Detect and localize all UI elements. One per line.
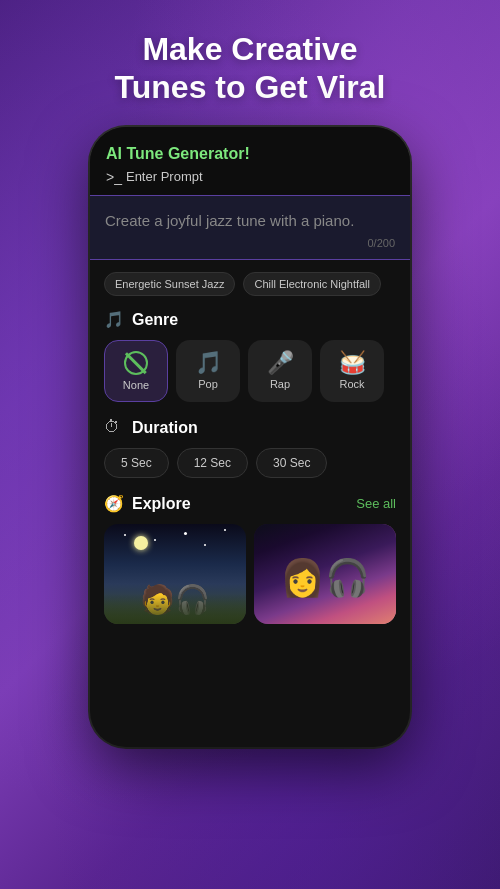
page-title: Make Creative Tunes to Get Viral [0, 0, 500, 127]
explore-header-left: 🧭 Explore [104, 494, 191, 514]
char-count: 0/200 [105, 237, 395, 249]
suggestion-chip-1[interactable]: Energetic Sunset Jazz [104, 272, 235, 296]
star-4 [204, 544, 206, 546]
pop-icon: 🎵 [195, 352, 222, 374]
star-2 [154, 539, 156, 541]
prompt-label: >_ Enter Prompt [106, 169, 394, 185]
girl-figure: 👩‍🎧 [280, 557, 370, 599]
genre-pop-label: Pop [198, 378, 218, 390]
star-1 [124, 534, 126, 536]
girl-scene: 👩‍🎧 [254, 524, 396, 624]
ground [104, 594, 246, 624]
genre-pop-button[interactable]: 🎵 Pop [176, 340, 240, 402]
explore-card-night[interactable]: 🧑‍🎧 [104, 524, 246, 624]
genre-none-button[interactable]: None [104, 340, 168, 402]
night-scene: 🧑‍🎧 [104, 524, 246, 624]
genre-rock-button[interactable]: 🥁 Rock [320, 340, 384, 402]
genre-title: Genre [132, 311, 178, 329]
cursor-icon: >_ [106, 169, 122, 185]
see-all-button[interactable]: See all [356, 496, 396, 511]
duration-12sec-button[interactable]: 12 Sec [177, 448, 248, 478]
explore-cards-row: 🧑‍🎧 👩‍🎧 [104, 524, 396, 624]
genre-rap-label: Rap [270, 378, 290, 390]
moon [134, 536, 148, 550]
suggestion-chip-2[interactable]: Chill Electronic Nightfall [243, 272, 381, 296]
star-3 [184, 532, 187, 535]
explore-section-header: 🧭 Explore See all [104, 494, 396, 514]
duration-title: Duration [132, 419, 198, 437]
rock-icon: 🥁 [339, 352, 366, 374]
app-name: AI Tune Generator! [106, 145, 394, 163]
genre-rock-label: Rock [339, 378, 364, 390]
genre-row: None 🎵 Pop 🎤 Rap 🥁 Rock [104, 340, 396, 402]
genre-rap-button[interactable]: 🎤 Rap [248, 340, 312, 402]
suggestions-row: Energetic Sunset Jazz Chill Electronic N… [104, 272, 396, 296]
explore-title: Explore [132, 495, 191, 513]
duration-30sec-button[interactable]: 30 Sec [256, 448, 327, 478]
main-content: Energetic Sunset Jazz Chill Electronic N… [90, 260, 410, 636]
genre-icon: 🎵 [104, 310, 124, 330]
duration-icon: ⏱ [104, 418, 124, 438]
genre-none-label: None [123, 379, 149, 391]
rap-icon: 🎤 [267, 352, 294, 374]
duration-5sec-button[interactable]: 5 Sec [104, 448, 169, 478]
explore-icon: 🧭 [104, 494, 124, 514]
app-header: AI Tune Generator! >_ Enter Prompt [90, 127, 410, 195]
star-5 [224, 529, 226, 531]
explore-card-girl[interactable]: 👩‍🎧 [254, 524, 396, 624]
genre-section-header: 🎵 Genre [104, 310, 396, 330]
duration-section-header: ⏱ Duration [104, 418, 396, 438]
prompt-placeholder: Create a joyful jazz tune with a piano. [105, 210, 395, 231]
prompt-input-area[interactable]: Create a joyful jazz tune with a piano. … [90, 195, 410, 260]
phone-device: AI Tune Generator! >_ Enter Prompt Creat… [90, 127, 410, 747]
none-icon [124, 351, 148, 375]
duration-row: 5 Sec 12 Sec 30 Sec [104, 448, 396, 478]
